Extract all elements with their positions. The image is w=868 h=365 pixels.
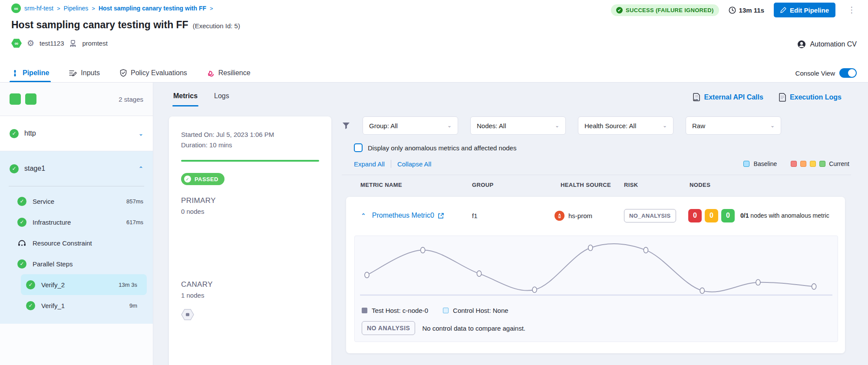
- environment-name: promtest: [82, 40, 107, 47]
- pipeline-execution-screen: ∞ srm-hf-test > Pipelines > Host samplin…: [0, 0, 868, 365]
- nodes-filter-dropdown[interactable]: Nodes: All ⌄: [470, 116, 566, 135]
- console-view-control: Console View: [795, 68, 857, 78]
- metric-line-chart[interactable]: [357, 239, 835, 304]
- console-view-toggle[interactable]: [839, 68, 857, 78]
- chart-legend-row: Test Host: c-node-0 Control Host: None: [362, 307, 508, 314]
- trigger-user-name: Automation CV: [810, 40, 857, 48]
- divider: [391, 160, 391, 168]
- step-label: Verify_1: [41, 302, 65, 309]
- edit-pipeline-button[interactable]: Edit Pipeline: [774, 3, 835, 17]
- stage-summary: 2 stages: [0, 83, 153, 116]
- title-row: Host sampling canary testing with FF (Ex…: [11, 19, 240, 31]
- verify-tabbar: Metrics Logs: [166, 83, 332, 106]
- no-analysis-message: No control data to compare against.: [422, 325, 525, 332]
- execution-status-row: ✔ SUCCESS (FAILURE IGNORED) 13m 11s Edit…: [611, 3, 858, 17]
- warning-count-badge: 0: [705, 209, 718, 222]
- success-check-icon: ✓: [17, 218, 26, 227]
- sidebar-stage-http[interactable]: ✓ http ⌄: [0, 116, 153, 151]
- log-links-row: API External API Calls Execution Logs: [693, 93, 842, 102]
- breadcrumb-pipeline-name[interactable]: Host sampling canary testing with FF: [99, 5, 206, 12]
- started-on: Started On: Jul 5, 2023 1:06 PM: [181, 129, 319, 140]
- canary-node-hexagon-icon[interactable]: [181, 309, 319, 321]
- collapse-all-link[interactable]: Collapse All: [397, 160, 431, 168]
- breadcrumb-project[interactable]: srm-hf-test: [24, 5, 53, 12]
- test-host-swatch: [362, 308, 367, 313]
- data-type-dropdown[interactable]: Raw ⌄: [686, 116, 781, 135]
- sidebar-step-infrastructure[interactable]: ✓ Infrastructure 617ms: [0, 212, 153, 232]
- control-host-label: Control Host: None: [453, 307, 508, 314]
- service-name: test1123: [40, 40, 64, 47]
- external-link-icon[interactable]: [438, 212, 444, 219]
- success-check-icon: ✓: [26, 301, 35, 310]
- tab-logs[interactable]: Logs: [214, 92, 229, 106]
- passed-badge: ✓ PASSED: [181, 173, 224, 185]
- tab-inputs[interactable]: Inputs: [69, 64, 100, 82]
- health-source-filter-dropdown[interactable]: Health Source: All ⌄: [578, 116, 673, 135]
- sidebar-step-resource-constraint[interactable]: Resource Constraint: [0, 232, 153, 253]
- success-check-icon: ✓: [10, 164, 19, 173]
- svg-text:API: API: [693, 99, 698, 101]
- page-title: Host sampling canary testing with FF: [11, 19, 188, 31]
- main-tabbar: Pipeline Inputs Policy Evaluations Resil…: [0, 64, 868, 83]
- pencil-icon: [780, 7, 786, 13]
- external-api-calls-label: External API Calls: [704, 93, 763, 101]
- success-check-icon: ✓: [17, 259, 26, 269]
- anomalous-checkbox[interactable]: [354, 143, 363, 152]
- table-row: ⌃ Prometheus Metric0 f1 hs-prom NO_ANALY…: [346, 197, 845, 234]
- success-check-icon: ✓: [17, 197, 26, 206]
- divider: [342, 175, 851, 175]
- chevron-down-icon: ⌄: [663, 123, 667, 129]
- col-group: GROUP: [472, 182, 494, 188]
- expand-collapse-row: Expand All Collapse All Baseline Current: [354, 160, 851, 168]
- tab-resilience[interactable]: Resilience: [207, 64, 251, 82]
- sidebar-step-service[interactable]: ✓ Service 857ms: [0, 191, 153, 212]
- tab-policy-evaluations-label: Policy Evaluations: [131, 69, 187, 77]
- anomalous-count-badge: 0: [688, 209, 702, 222]
- external-api-calls-link[interactable]: API External API Calls: [693, 93, 763, 102]
- prometheus-icon: [554, 211, 564, 221]
- metric-filters-row: Group: All ⌄ Nodes: All ⌄ Health Source:…: [342, 116, 781, 135]
- control-host-swatch: [443, 308, 449, 313]
- stage-square-icon: [25, 93, 36, 105]
- more-options-icon[interactable]: ⋮: [845, 7, 858, 13]
- chart-color-legend: Baseline Current: [743, 160, 851, 167]
- sidebar-step-verify-1[interactable]: ✓ Verify_1 9m: [21, 295, 147, 316]
- execution-logs-link[interactable]: Execution Logs: [779, 93, 842, 102]
- canary-label: CANARY: [181, 280, 319, 289]
- chevron-up-icon[interactable]: ⌃: [139, 166, 143, 172]
- current-green-swatch: [819, 161, 825, 167]
- console-view-label: Console View: [795, 70, 835, 77]
- tab-metrics[interactable]: Metrics: [173, 92, 198, 106]
- control-host-legend: Control Host: None: [443, 307, 508, 314]
- inputs-icon: [69, 70, 77, 76]
- nodes-summary: 0/1 nodes with anomalous metric: [740, 212, 840, 220]
- resilience-icon: [207, 70, 215, 77]
- group-filter-value: Group: All: [369, 122, 398, 129]
- tab-policy-evaluations[interactable]: Policy Evaluations: [120, 64, 187, 82]
- expand-all-link[interactable]: Expand All: [354, 160, 385, 168]
- sidebar-stage-stage1[interactable]: ✓ stage1 ⌃: [0, 151, 153, 186]
- execution-meta-row: ∞ ⚙ test1123 promtest: [11, 38, 108, 48]
- group-filter-dropdown[interactable]: Group: All ⌄: [363, 116, 458, 135]
- breadcrumb-pipelines[interactable]: Pipelines: [63, 5, 88, 12]
- sidebar-step-verify-2[interactable]: ✓ Verify_2 13m 3s: [21, 274, 147, 295]
- harness-project-icon: ∞: [11, 3, 21, 13]
- sidebar-stage1-section: ✓ stage1 ⌃ ✓ Service 857ms ✓ Infrastruct…: [0, 151, 153, 324]
- stage-square-icon: [10, 93, 21, 105]
- risk-badge: NO_ANALYSIS: [624, 209, 676, 222]
- metric-name-link[interactable]: Prometheus Metric0: [372, 212, 434, 219]
- chevron-down-icon: ⌄: [447, 123, 452, 129]
- current-orange-swatch: [800, 161, 806, 167]
- collapse-chevron-icon[interactable]: ⌃: [361, 212, 366, 219]
- test-host-legend: Test Host: c-node-0: [362, 307, 428, 314]
- tab-pipeline[interactable]: Pipeline: [11, 64, 49, 82]
- step-label: Service: [33, 198, 54, 205]
- success-check-icon: ✓: [26, 280, 35, 289]
- current-yellow-swatch: [810, 161, 816, 167]
- filter-icon[interactable]: [342, 121, 350, 130]
- sidebar-step-parallel-steps[interactable]: ✓ Parallel Steps: [0, 253, 153, 274]
- baseline-legend-swatch: [743, 161, 749, 167]
- chevron-right-icon: >: [92, 5, 95, 12]
- chevron-down-icon[interactable]: ⌄: [139, 130, 143, 137]
- col-nodes: NODES: [690, 182, 710, 188]
